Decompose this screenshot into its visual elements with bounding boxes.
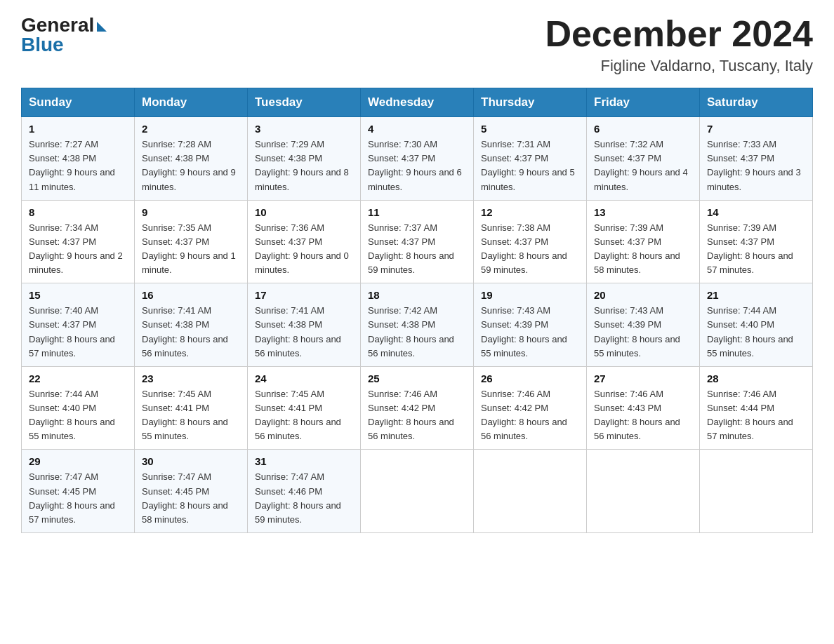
calendar-cell	[700, 450, 813, 533]
calendar-cell: 21Sunrise: 7:44 AMSunset: 4:40 PMDayligh…	[700, 283, 813, 367]
calendar-cell: 8Sunrise: 7:34 AMSunset: 4:37 PMDaylight…	[22, 200, 135, 283]
column-header-thursday: Thursday	[474, 88, 587, 117]
calendar-cell: 3Sunrise: 7:29 AMSunset: 4:38 PMDaylight…	[248, 117, 361, 201]
day-info: Sunrise: 7:44 AMSunset: 4:40 PMDaylight:…	[707, 304, 805, 361]
day-number: 19	[481, 289, 579, 301]
day-info: Sunrise: 7:39 AMSunset: 4:37 PMDaylight:…	[594, 221, 692, 278]
day-number: 10	[255, 206, 353, 218]
day-number: 4	[368, 123, 466, 135]
calendar-week-row: 22Sunrise: 7:44 AMSunset: 4:40 PMDayligh…	[22, 366, 813, 450]
day-info: Sunrise: 7:47 AMSunset: 4:45 PMDaylight:…	[29, 470, 127, 527]
day-number: 8	[29, 206, 127, 218]
day-number: 29	[29, 455, 127, 467]
day-info: Sunrise: 7:46 AMSunset: 4:42 PMDaylight:…	[368, 387, 466, 444]
calendar-cell: 27Sunrise: 7:46 AMSunset: 4:43 PMDayligh…	[587, 366, 700, 450]
day-number: 2	[142, 123, 240, 135]
day-info: Sunrise: 7:46 AMSunset: 4:42 PMDaylight:…	[481, 387, 579, 444]
calendar-cell: 20Sunrise: 7:43 AMSunset: 4:39 PMDayligh…	[587, 283, 700, 367]
day-info: Sunrise: 7:38 AMSunset: 4:37 PMDaylight:…	[481, 221, 579, 278]
day-number: 3	[255, 123, 353, 135]
calendar-cell: 7Sunrise: 7:33 AMSunset: 4:37 PMDaylight…	[700, 117, 813, 201]
day-info: Sunrise: 7:31 AMSunset: 4:37 PMDaylight:…	[481, 137, 579, 194]
column-header-tuesday: Tuesday	[248, 88, 361, 117]
calendar-cell: 10Sunrise: 7:36 AMSunset: 4:37 PMDayligh…	[248, 200, 361, 283]
day-info: Sunrise: 7:43 AMSunset: 4:39 PMDaylight:…	[594, 304, 692, 361]
calendar-cell: 17Sunrise: 7:41 AMSunset: 4:38 PMDayligh…	[248, 283, 361, 367]
day-number: 9	[142, 206, 240, 218]
day-info: Sunrise: 7:40 AMSunset: 4:37 PMDaylight:…	[29, 304, 127, 361]
day-number: 14	[707, 206, 805, 218]
calendar-cell: 14Sunrise: 7:39 AMSunset: 4:37 PMDayligh…	[700, 200, 813, 283]
day-number: 20	[594, 289, 692, 301]
day-number: 11	[368, 206, 466, 218]
day-number: 18	[368, 289, 466, 301]
column-header-saturday: Saturday	[700, 88, 813, 117]
day-info: Sunrise: 7:37 AMSunset: 4:37 PMDaylight:…	[368, 221, 466, 278]
calendar-header-row: SundayMondayTuesdayWednesdayThursdayFrid…	[22, 88, 813, 117]
day-info: Sunrise: 7:47 AMSunset: 4:45 PMDaylight:…	[142, 470, 240, 527]
calendar-cell: 2Sunrise: 7:28 AMSunset: 4:38 PMDaylight…	[135, 117, 248, 201]
day-info: Sunrise: 7:46 AMSunset: 4:44 PMDaylight:…	[707, 387, 805, 444]
page-header: General Blue December 2024 Figline Valda…	[21, 14, 813, 75]
column-header-wednesday: Wednesday	[361, 88, 474, 117]
day-number: 15	[29, 289, 127, 301]
calendar-week-row: 29Sunrise: 7:47 AMSunset: 4:45 PMDayligh…	[22, 450, 813, 533]
calendar-cell: 15Sunrise: 7:40 AMSunset: 4:37 PMDayligh…	[22, 283, 135, 367]
calendar-cell	[587, 450, 700, 533]
day-number: 21	[707, 289, 805, 301]
column-header-sunday: Sunday	[22, 88, 135, 117]
day-number: 1	[29, 123, 127, 135]
calendar-cell: 29Sunrise: 7:47 AMSunset: 4:45 PMDayligh…	[22, 450, 135, 533]
location-title: Figline Valdarno, Tuscany, Italy	[545, 57, 813, 75]
day-number: 7	[707, 123, 805, 135]
calendar-cell: 11Sunrise: 7:37 AMSunset: 4:37 PMDayligh…	[361, 200, 474, 283]
calendar-cell: 26Sunrise: 7:46 AMSunset: 4:42 PMDayligh…	[474, 366, 587, 450]
day-info: Sunrise: 7:43 AMSunset: 4:39 PMDaylight:…	[481, 304, 579, 361]
calendar-cell: 16Sunrise: 7:41 AMSunset: 4:38 PMDayligh…	[135, 283, 248, 367]
day-number: 6	[594, 123, 692, 135]
calendar-cell	[361, 450, 474, 533]
day-number: 31	[255, 455, 353, 467]
day-info: Sunrise: 7:47 AMSunset: 4:46 PMDaylight:…	[255, 470, 353, 527]
day-info: Sunrise: 7:45 AMSunset: 4:41 PMDaylight:…	[142, 387, 240, 444]
day-info: Sunrise: 7:32 AMSunset: 4:37 PMDaylight:…	[594, 137, 692, 194]
title-block: December 2024 Figline Valdarno, Tuscany,…	[545, 14, 813, 75]
month-title: December 2024	[545, 14, 813, 54]
calendar-cell: 23Sunrise: 7:45 AMSunset: 4:41 PMDayligh…	[135, 366, 248, 450]
calendar-week-row: 8Sunrise: 7:34 AMSunset: 4:37 PMDaylight…	[22, 200, 813, 283]
calendar-cell: 1Sunrise: 7:27 AMSunset: 4:38 PMDaylight…	[22, 117, 135, 201]
day-number: 16	[142, 289, 240, 301]
logo-blue-text: Blue	[21, 34, 64, 56]
calendar-table: SundayMondayTuesdayWednesdayThursdayFrid…	[21, 88, 813, 533]
calendar-cell: 6Sunrise: 7:32 AMSunset: 4:37 PMDaylight…	[587, 117, 700, 201]
calendar-week-row: 1Sunrise: 7:27 AMSunset: 4:38 PMDaylight…	[22, 117, 813, 201]
day-info: Sunrise: 7:30 AMSunset: 4:37 PMDaylight:…	[368, 137, 466, 194]
day-info: Sunrise: 7:46 AMSunset: 4:43 PMDaylight:…	[594, 387, 692, 444]
day-number: 27	[594, 373, 692, 384]
calendar-week-row: 15Sunrise: 7:40 AMSunset: 4:37 PMDayligh…	[22, 283, 813, 367]
day-number: 25	[368, 373, 466, 384]
day-info: Sunrise: 7:42 AMSunset: 4:38 PMDaylight:…	[368, 304, 466, 361]
column-header-monday: Monday	[135, 88, 248, 117]
day-info: Sunrise: 7:45 AMSunset: 4:41 PMDaylight:…	[255, 387, 353, 444]
day-number: 24	[255, 373, 353, 384]
day-number: 17	[255, 289, 353, 301]
calendar-cell: 30Sunrise: 7:47 AMSunset: 4:45 PMDayligh…	[135, 450, 248, 533]
day-info: Sunrise: 7:33 AMSunset: 4:37 PMDaylight:…	[707, 137, 805, 194]
day-number: 13	[594, 206, 692, 218]
day-number: 28	[707, 373, 805, 384]
calendar-cell: 9Sunrise: 7:35 AMSunset: 4:37 PMDaylight…	[135, 200, 248, 283]
day-info: Sunrise: 7:41 AMSunset: 4:38 PMDaylight:…	[255, 304, 353, 361]
day-info: Sunrise: 7:28 AMSunset: 4:38 PMDaylight:…	[142, 137, 240, 194]
calendar-cell	[474, 450, 587, 533]
day-number: 22	[29, 373, 127, 384]
day-number: 5	[481, 123, 579, 135]
day-info: Sunrise: 7:39 AMSunset: 4:37 PMDaylight:…	[707, 221, 805, 278]
day-number: 23	[142, 373, 240, 384]
calendar-cell: 5Sunrise: 7:31 AMSunset: 4:37 PMDaylight…	[474, 117, 587, 201]
day-info: Sunrise: 7:34 AMSunset: 4:37 PMDaylight:…	[29, 221, 127, 278]
day-number: 30	[142, 455, 240, 467]
calendar-cell: 13Sunrise: 7:39 AMSunset: 4:37 PMDayligh…	[587, 200, 700, 283]
day-number: 12	[481, 206, 579, 218]
calendar-cell: 12Sunrise: 7:38 AMSunset: 4:37 PMDayligh…	[474, 200, 587, 283]
